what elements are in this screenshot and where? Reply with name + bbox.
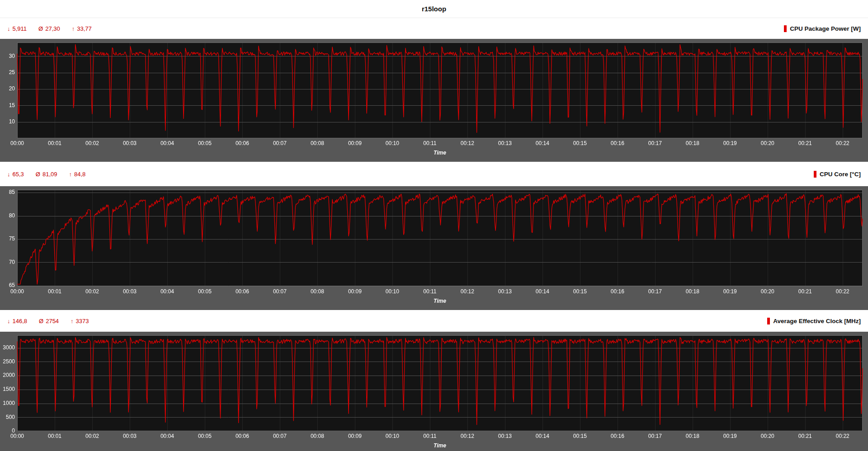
chart-legend: Average Effective Clock [MHz] [767, 318, 861, 324]
stats-bar-temperature: ↓65,3 Ø81,09 ↑84,8 CPU Core [°C] [0, 162, 868, 186]
legend-color-swatch [784, 25, 787, 32]
max-stat: ↑3373 [71, 318, 89, 324]
avg-value: 2754 [46, 318, 59, 324]
legend-label: CPU Package Power [W] [790, 25, 861, 32]
chart-block-temperature: ↓65,3 Ø81,09 ↑84,8 CPU Core [°C] [0, 162, 868, 310]
stats-bar-clock: ↓146,8 Ø2754 ↑3373 Average Effective Clo… [0, 310, 868, 332]
power-chart-canvas[interactable] [0, 39, 868, 162]
chart-panel-clock [0, 332, 868, 451]
chart-stats: ↓65,3 Ø81,09 ↑84,8 [7, 171, 85, 178]
max-arrow-icon: ↑ [72, 25, 75, 32]
max-value: 84,8 [74, 171, 85, 178]
max-value: 33,77 [77, 25, 92, 32]
max-value: 3373 [76, 318, 89, 324]
log-viewer-window: r15loop ↓5,911 Ø27,30 ↑33,77 CPU Package… [0, 0, 868, 451]
legend-color-swatch [814, 171, 816, 178]
max-arrow-icon: ↑ [69, 171, 72, 178]
chart-panel-temperature [0, 186, 868, 310]
min-stat: ↓146,8 [7, 318, 27, 324]
page-title: r15loop [0, 0, 868, 18]
chart-stats: ↓5,911 Ø27,30 ↑33,77 [7, 25, 92, 32]
stats-bar-power: ↓5,911 Ø27,30 ↑33,77 CPU Package Power [… [0, 18, 868, 39]
legend-label: CPU Core [°C] [820, 171, 861, 178]
max-stat: ↑33,77 [72, 25, 92, 32]
legend-color-swatch [767, 318, 770, 324]
legend-label: Average Effective Clock [MHz] [773, 318, 861, 324]
min-value: 65,3 [13, 171, 24, 178]
min-value: 5,911 [13, 25, 27, 32]
min-arrow-icon: ↓ [7, 171, 10, 178]
chart-legend: CPU Core [°C] [814, 171, 861, 178]
min-arrow-icon: ↓ [7, 318, 10, 324]
min-stat: ↓65,3 [7, 171, 24, 178]
avg-icon: Ø [39, 318, 43, 324]
min-value: 146,8 [13, 318, 28, 324]
min-arrow-icon: ↓ [7, 25, 10, 32]
avg-value: 81,09 [42, 171, 57, 178]
chart-block-clock: ↓146,8 Ø2754 ↑3373 Average Effective Clo… [0, 310, 868, 451]
avg-icon: Ø [36, 171, 40, 178]
avg-stat: Ø27,30 [38, 25, 60, 32]
avg-stat: Ø81,09 [36, 171, 57, 178]
chart-panel-power [0, 39, 868, 162]
min-stat: ↓5,911 [7, 25, 27, 32]
chart-legend: CPU Package Power [W] [784, 25, 861, 32]
avg-stat: Ø2754 [39, 318, 59, 324]
temperature-chart-canvas[interactable] [0, 186, 868, 310]
clock-chart-canvas[interactable] [0, 332, 868, 451]
chart-stats: ↓146,8 Ø2754 ↑3373 [7, 318, 89, 324]
chart-block-power: ↓5,911 Ø27,30 ↑33,77 CPU Package Power [… [0, 18, 868, 162]
avg-value: 27,30 [45, 25, 60, 32]
max-arrow-icon: ↑ [71, 318, 74, 324]
avg-icon: Ø [38, 25, 43, 32]
max-stat: ↑84,8 [69, 171, 85, 178]
